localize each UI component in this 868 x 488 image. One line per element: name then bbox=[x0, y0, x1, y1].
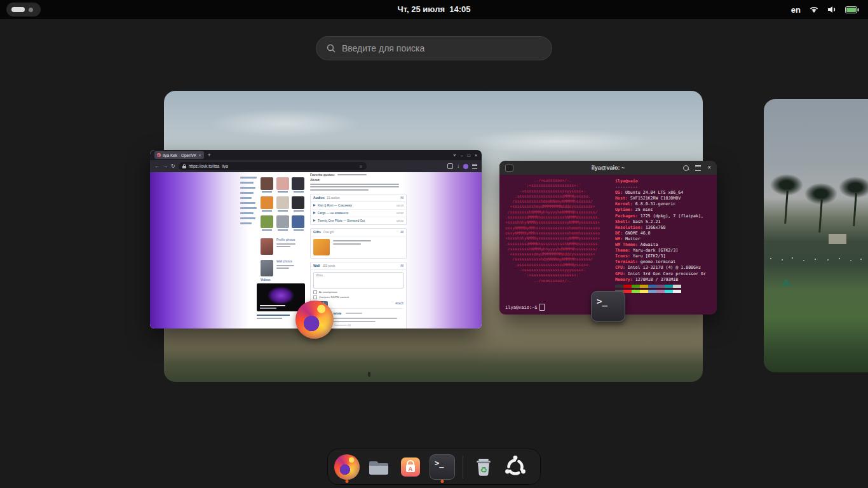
attach-link[interactable]: Attach bbox=[395, 302, 403, 305]
palm-tree-silhouette bbox=[804, 183, 837, 205]
url-bar[interactable]: https://ovk.to/itsa_ilya ☆ bbox=[179, 162, 367, 170]
terminal-close-icon[interactable]: × bbox=[707, 165, 711, 171]
navbar-right-icons[interactable]: ↓ bbox=[447, 163, 477, 169]
page-nav-menu[interactable] bbox=[240, 177, 257, 224]
terminal-prompt[interactable]: ilya@vaio:~$ bbox=[505, 304, 545, 311]
downloads-icon[interactable]: ↓ bbox=[457, 164, 459, 169]
terminal-titlebar[interactable]: ilya@vaio: ~ × bbox=[499, 161, 717, 175]
firefox-app-icon-overlay[interactable] bbox=[295, 301, 334, 339]
dock-item-show-apps[interactable] bbox=[502, 451, 529, 484]
wall-photo-thumb[interactable] bbox=[261, 260, 273, 276]
wall-photos-row[interactable]: Wall photos bbox=[261, 260, 294, 276]
tab-close-icon[interactable]: × bbox=[198, 153, 201, 158]
post-time-placeholder bbox=[346, 313, 362, 314]
play-icon[interactable] bbox=[313, 219, 316, 222]
svg-text:♻: ♻ bbox=[480, 465, 487, 475]
play-icon[interactable] bbox=[313, 212, 316, 214]
close-icon[interactable]: × bbox=[475, 153, 477, 158]
wall-title: Wall bbox=[313, 264, 320, 268]
reload-icon[interactable]: ↻ bbox=[171, 164, 175, 169]
friend-avatar[interactable] bbox=[292, 177, 305, 193]
terminal-app-icon-overlay[interactable]: >_ bbox=[591, 291, 625, 322]
friend-avatar[interactable] bbox=[276, 215, 290, 231]
gnome-activities-overview: { "topbar": { "clock": "Чт, 25 июля 14:0… bbox=[0, 0, 868, 488]
workspace-thumbnail-adjacent[interactable] bbox=[764, 99, 868, 372]
clock[interactable]: Чт, 25 июля 14:05 bbox=[0, 0, 868, 19]
running-indicator-dot bbox=[346, 480, 349, 483]
profile-photos-row[interactable]: Profile photos bbox=[261, 238, 295, 255]
audio-item[interactable]: Fargo — не комменти02:52 bbox=[311, 210, 406, 217]
videos-link[interactable]: Videos bbox=[261, 278, 271, 281]
terminal-menu-icon[interactable] bbox=[695, 165, 701, 171]
keyboard-layout-indicator[interactable]: en bbox=[791, 5, 801, 15]
browser-tab[interactable]: Ilya Kek - OpenVK × bbox=[154, 151, 204, 159]
checkbox-icon[interactable] bbox=[313, 290, 317, 294]
audios-title: Audios bbox=[313, 196, 325, 200]
firefox-titlebar[interactable]: Ilya Kek - OpenVK × + ∨ – □ × bbox=[150, 150, 482, 160]
checkbox-anonymous[interactable]: As anonymous bbox=[313, 290, 403, 294]
friend-avatar[interactable] bbox=[276, 196, 290, 212]
terminal-prompt-glyph: >_ bbox=[597, 296, 607, 306]
new-tab-button[interactable]: + bbox=[208, 152, 211, 158]
hamburger-menu-icon[interactable] bbox=[472, 164, 477, 169]
maximize-icon[interactable]: □ bbox=[468, 153, 470, 158]
wallpaper-cloud bbox=[463, 129, 653, 154]
palette-swatch bbox=[656, 285, 665, 288]
extensions-icon[interactable] bbox=[447, 163, 453, 169]
gifts-all-link[interactable]: All bbox=[400, 231, 403, 234]
terminal-search-icon[interactable] bbox=[683, 165, 689, 171]
neofetch-info-line: CPU: Intel i3-3217U (4) @ 1.800GHz bbox=[615, 265, 713, 271]
system-status-area[interactable]: en bbox=[782, 0, 868, 19]
dock-item-terminal[interactable]: >_ bbox=[429, 451, 456, 484]
menu-item-placeholder bbox=[240, 197, 252, 199]
search-input[interactable]: Введите для поиска bbox=[316, 36, 552, 60]
wallpaper-cloud bbox=[208, 109, 361, 138]
gift-image[interactable] bbox=[313, 239, 330, 255]
gifts-section: Gifts One gift All bbox=[310, 228, 407, 259]
wall-photos-link[interactable]: Wall photos bbox=[276, 260, 294, 263]
play-icon[interactable] bbox=[313, 204, 316, 207]
trash-icon: ♻ bbox=[471, 454, 496, 480]
profile-photo-thumb[interactable] bbox=[261, 238, 273, 255]
wall-all-link[interactable]: All bbox=[400, 264, 403, 268]
back-icon[interactable]: ← bbox=[154, 164, 159, 169]
audio-item[interactable]: Twenty One Pilots — Stressed Out03:22 bbox=[311, 217, 406, 224]
checkbox-icon[interactable] bbox=[313, 295, 317, 299]
favorite-quotes-label: Favorite quotes: bbox=[310, 173, 335, 177]
dock-item-files[interactable] bbox=[365, 451, 392, 484]
checkbox-nsfw[interactable]: Contains NSFW content bbox=[313, 295, 403, 299]
friend-avatar[interactable] bbox=[292, 215, 305, 231]
palm-tree-silhouette bbox=[770, 174, 803, 196]
dock-item-trash[interactable]: ♻ bbox=[470, 451, 497, 484]
palette-swatch bbox=[640, 285, 648, 288]
terminal-cursor bbox=[539, 304, 545, 311]
friend-avatar[interactable] bbox=[276, 177, 290, 193]
dock-divider bbox=[463, 456, 463, 478]
friend-avatar[interactable] bbox=[261, 177, 274, 193]
window-controls[interactable]: ∨ – □ × bbox=[453, 152, 477, 158]
list-tabs-icon[interactable]: ∨ bbox=[453, 152, 456, 158]
terminal-icon: >_ bbox=[430, 454, 455, 480]
audios-all-link[interactable]: All bbox=[400, 196, 403, 200]
neofetch-info-line: Icons: Yaru [GTK2/3] bbox=[615, 254, 713, 259]
friend-avatar[interactable] bbox=[261, 215, 274, 231]
forward-icon[interactable]: → bbox=[163, 164, 168, 169]
firefox-navbar[interactable]: ← → ↻ https://ovk.to/itsa_ilya ☆ ↓ bbox=[150, 160, 482, 172]
profile-photos-link[interactable]: Profile photos bbox=[276, 238, 295, 241]
friend-avatar[interactable] bbox=[292, 196, 305, 212]
wall-post-input[interactable]: Write... bbox=[313, 272, 403, 288]
neofetch-info-line: OS: Ubuntu 24.04 LTS x86_64 bbox=[615, 190, 713, 196]
audio-item[interactable]: Kiwi & Roni — Союзники04:13 bbox=[311, 202, 406, 210]
bookmark-star-icon[interactable]: ☆ bbox=[359, 164, 362, 168]
terminal-header-buttons[interactable]: × bbox=[683, 165, 711, 171]
video-title-placeholder bbox=[260, 305, 285, 306]
dock-item-app-center[interactable]: A bbox=[397, 451, 424, 484]
minimize-icon[interactable]: – bbox=[461, 153, 463, 158]
friend-avatar[interactable] bbox=[261, 196, 274, 212]
palm-tree-silhouette bbox=[839, 177, 868, 198]
palette-swatch bbox=[648, 285, 656, 288]
video-thumbnail[interactable] bbox=[257, 283, 305, 311]
account-avatar-icon[interactable] bbox=[463, 164, 468, 169]
friends-grid bbox=[261, 177, 305, 231]
dock-item-firefox[interactable] bbox=[334, 451, 360, 484]
